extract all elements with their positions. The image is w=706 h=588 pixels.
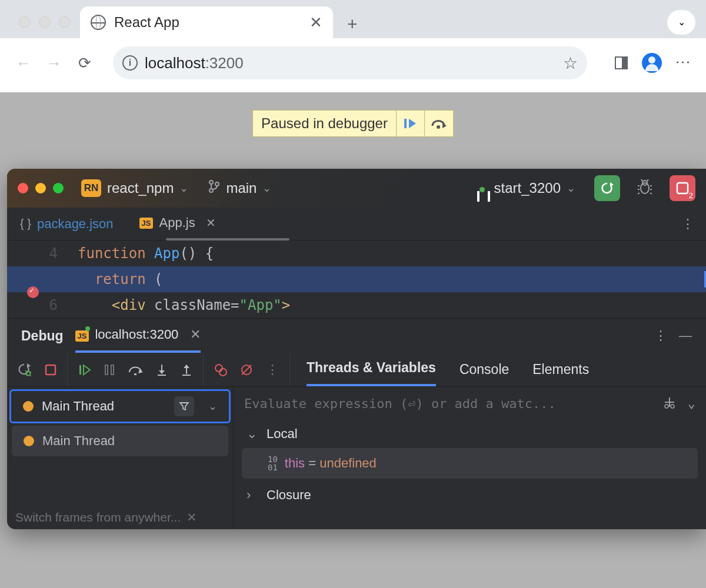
side-panel-button[interactable] — [608, 50, 634, 76]
svg-point-4 — [209, 181, 213, 184]
thread-selector[interactable]: Main Thread ⌄ — [9, 389, 231, 423]
window-minimize[interactable] — [39, 16, 51, 28]
browser-tab-active[interactable]: React App ✕ — [80, 6, 333, 38]
debug-body: Main Thread ⌄ Main Thread Switch frames … — [7, 387, 706, 529]
variables-column: Evaluate expression (⏎) or add a watc...… — [234, 387, 706, 529]
project-chevron-icon[interactable]: ⌄ — [179, 182, 188, 195]
svg-marker-20 — [159, 370, 165, 374]
hint-close-icon[interactable]: ✕ — [187, 510, 197, 524]
editor[interactable]: 4 function App() { return ( 6 <div class… — [7, 240, 706, 318]
svg-marker-22 — [184, 365, 189, 368]
browser-toolbar: ← → ⟳ i localhost:3200 ☆ ⋮ — [0, 38, 706, 92]
step-over-debug-button[interactable] — [128, 364, 143, 376]
thread-item-label: Main Thread — [42, 433, 115, 449]
ide-minimize[interactable] — [35, 183, 46, 193]
gutter-6: 6 — [7, 297, 78, 313]
resume-button[interactable] — [397, 111, 425, 136]
rerun-button[interactable] — [594, 175, 620, 201]
view-breakpoints-button[interactable] — [214, 363, 227, 376]
ide-close[interactable] — [18, 183, 28, 193]
close-tab-icon[interactable]: ✕ — [206, 216, 216, 230]
close-session-icon[interactable]: ✕ — [190, 327, 201, 342]
page-area: Paused in debugger RN react_npm ⌄ — [0, 92, 706, 586]
debug-pane-tabs: Threads & Variables Console Elements — [290, 353, 605, 386]
profile-button[interactable] — [639, 50, 665, 76]
branch-chevron-icon[interactable]: ⌄ — [262, 182, 271, 195]
window-close[interactable] — [19, 16, 31, 28]
breakpoint-icon[interactable] — [27, 286, 39, 298]
paused-in-debugger-banner: Paused in debugger — [252, 110, 454, 137]
pause-debug-button[interactable] — [104, 364, 115, 376]
tab-elements[interactable]: Elements — [532, 362, 589, 377]
thread-list-item[interactable]: Main Thread — [12, 426, 228, 456]
code-line-6: 6 <div className="App"> — [7, 292, 706, 318]
step-out-button[interactable] — [181, 363, 192, 376]
bug-icon — [637, 179, 653, 195]
evaluate-expression-input[interactable]: Evaluate expression (⏎) or add a watc...… — [234, 387, 706, 420]
scope-local[interactable]: ⌄ Local — [234, 420, 706, 448]
svg-point-24 — [215, 365, 222, 372]
project-name[interactable]: react_npm — [107, 180, 174, 196]
scope-closure[interactable]: › Closure — [234, 481, 706, 509]
svg-point-5 — [209, 189, 213, 192]
svg-point-25 — [219, 369, 227, 376]
window-zoom[interactable] — [59, 16, 71, 28]
debug-more-button[interactable]: ⋮ — [266, 362, 279, 377]
branch-name[interactable]: main — [226, 180, 257, 196]
running-dot-icon — [85, 326, 90, 331]
tab-label: App.js — [159, 215, 195, 230]
chevron-down-icon: ⌄ — [247, 426, 258, 442]
hint-text: Switch frames from anywher... — [15, 510, 181, 524]
nav-forward-button[interactable]: → — [41, 50, 67, 76]
window-controls — [6, 16, 80, 28]
tab-console[interactable]: Console — [459, 362, 509, 377]
step-over-button[interactable] — [425, 111, 453, 136]
thread-chevron-icon[interactable]: ⌄ — [208, 400, 217, 413]
ide-zoom[interactable] — [53, 183, 64, 193]
variable-this[interactable]: 1001 this = undefined — [242, 448, 698, 479]
debug-button[interactable] — [637, 179, 653, 198]
debug-menu-button[interactable]: ⋮ — [654, 328, 667, 343]
new-tab-button[interactable]: + — [347, 14, 358, 34]
branch-icon — [208, 179, 220, 197]
site-info-icon[interactable]: i — [122, 55, 138, 71]
chevron-down-icon: ⌄ — [678, 16, 685, 28]
debug-session-tab[interactable]: JS localhost:3200 ✕ — [75, 319, 201, 353]
editor-tabs: { } package.json JS App.js ✕ ⋮ — [7, 208, 706, 240]
add-watch-button[interactable] — [663, 396, 676, 412]
js-icon: JS — [139, 218, 154, 229]
run-config-chevron-icon[interactable]: ⌄ — [567, 182, 575, 195]
tab-overflow-button[interactable]: ⌄ — [667, 10, 695, 35]
nav-back-button[interactable]: ← — [11, 50, 36, 76]
minimize-debug-button[interactable]: — — [679, 328, 692, 343]
svg-rect-17 — [111, 365, 114, 375]
reload-button[interactable]: ⟳ — [72, 50, 98, 76]
tab-app-js[interactable]: JS App.js ✕ — [126, 208, 229, 240]
debug-label: Debug — [21, 328, 64, 344]
resume-debug-button[interactable] — [78, 363, 91, 376]
stop-debug-button[interactable] — [45, 364, 56, 376]
editor-tab-menu[interactable]: ⋮ — [670, 216, 706, 232]
svg-marker-1 — [409, 119, 416, 128]
tab-package-json[interactable]: { } package.json — [7, 208, 126, 240]
url-host: localhost — [145, 54, 205, 72]
bookmark-star-icon[interactable]: ☆ — [563, 54, 578, 73]
rerun-debug-button[interactable] — [18, 363, 32, 377]
step-into-button[interactable] — [156, 363, 168, 376]
tab-close-button[interactable]: ✕ — [309, 14, 322, 32]
project-badge: RN — [81, 179, 101, 197]
svg-rect-10 — [677, 183, 688, 193]
gutter-4: 4 — [7, 245, 78, 262]
svg-marker-11 — [27, 363, 31, 368]
filter-button[interactable] — [174, 396, 194, 416]
mute-breakpoints-button[interactable] — [240, 363, 253, 376]
browser-menu-button[interactable]: ⋮ — [670, 50, 695, 76]
watch-chevron-icon[interactable]: ⌄ — [688, 396, 695, 412]
svg-point-29 — [671, 405, 674, 408]
tab-threads-variables[interactable]: Threads & Variables — [307, 353, 436, 386]
stop-button[interactable]: 2 — [670, 175, 695, 201]
address-bar[interactable]: i localhost:3200 ☆ — [113, 46, 587, 79]
funnel-icon — [179, 401, 189, 412]
run-config-name[interactable]: start_3200 — [494, 180, 561, 196]
ide-window-controls — [18, 183, 64, 193]
